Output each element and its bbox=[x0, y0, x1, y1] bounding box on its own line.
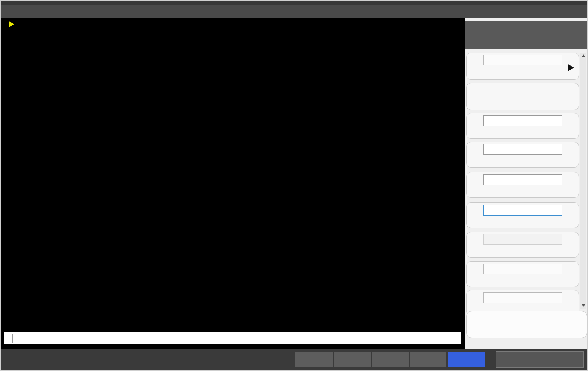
param-r1-value[interactable] bbox=[483, 115, 562, 126]
open-correction-button[interactable] bbox=[295, 352, 333, 367]
display-switch-value[interactable] bbox=[483, 292, 562, 303]
chevron-up-icon bbox=[582, 54, 585, 57]
chevron-down-icon bbox=[582, 304, 585, 307]
impedance-plot-canvas bbox=[48, 44, 456, 328]
scroll-down-button[interactable] bbox=[580, 302, 586, 309]
load-correction-button[interactable] bbox=[372, 352, 409, 367]
sidebar-scrollbar-track[interactable] bbox=[580, 53, 586, 309]
submenu-arrow-icon bbox=[568, 64, 574, 71]
param-c1-value[interactable] bbox=[483, 144, 562, 155]
app-window bbox=[0, 0, 588, 371]
sim-switch-value[interactable] bbox=[483, 264, 562, 274]
softkey-panel-title bbox=[465, 21, 588, 49]
hold-button[interactable] bbox=[448, 352, 485, 367]
scroll-up-button[interactable] bbox=[580, 53, 586, 59]
sim-switch-button[interactable] bbox=[466, 261, 579, 287]
select-circuit-value[interactable] bbox=[483, 55, 562, 65]
sweep-status-bar bbox=[4, 332, 461, 344]
short-correction-button[interactable] bbox=[334, 352, 371, 367]
datetime-display bbox=[496, 351, 584, 368]
param-r0-button bbox=[466, 232, 579, 258]
param-l1-value[interactable] bbox=[483, 174, 562, 185]
param-c0-button[interactable] bbox=[466, 202, 579, 228]
back-button[interactable] bbox=[466, 311, 587, 338]
param-c0-input[interactable] bbox=[483, 205, 562, 216]
param-l1-button[interactable] bbox=[466, 172, 579, 198]
param-c1-button[interactable] bbox=[466, 142, 579, 168]
window-top-strip bbox=[1, 1, 588, 5]
text-cursor bbox=[523, 207, 523, 213]
trace2-info-line bbox=[1, 29, 42, 40]
window-titlebar bbox=[1, 5, 588, 18]
simulate-button[interactable] bbox=[466, 83, 579, 110]
trace1-info-line bbox=[1, 19, 42, 29]
bias-toggle-button[interactable] bbox=[410, 352, 446, 367]
select-circuit-button[interactable] bbox=[466, 53, 579, 80]
param-r0-value bbox=[483, 234, 562, 245]
param-r1-button[interactable] bbox=[466, 113, 579, 139]
channel-indicator bbox=[5, 334, 13, 343]
